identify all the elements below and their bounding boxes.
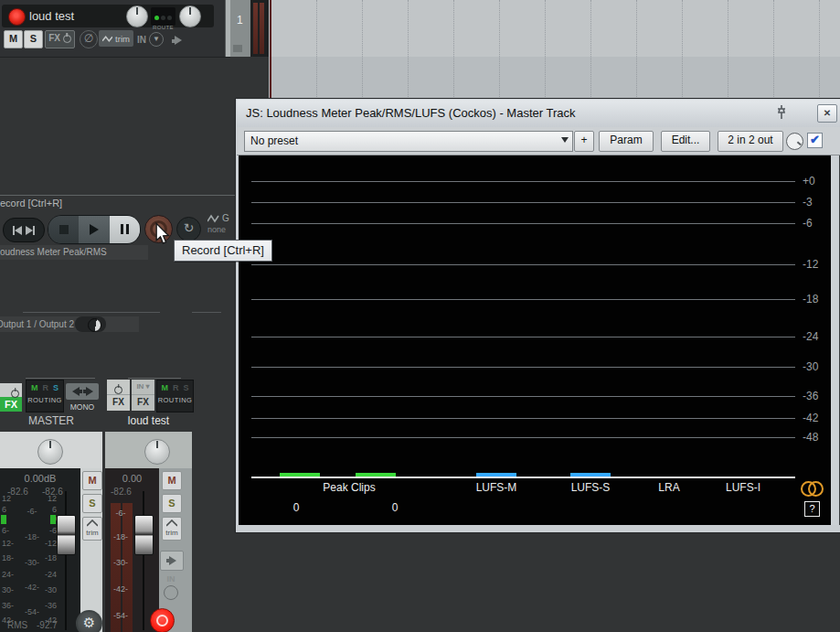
loudness-meter-display: +0-3-6-12-18-24-30-36-42-48 Peak ClipsLU… [239,155,831,525]
meter-scale-number: -30- [22,559,42,567]
master-routing-button[interactable]: MRS ROUTING [26,380,64,412]
meter-scale-number: 6- [2,527,16,535]
master-strip-label[interactable]: MASTER [0,414,102,427]
output-routing-row[interactable]: Output 1 / Output 2 [0,316,139,332]
meter-scale-number: -18 [40,554,57,562]
solo-button[interactable]: S [24,30,43,48]
arrange-area[interactable] [269,0,840,99]
preset-dropdown[interactable]: No preset [244,131,573,152]
fx-power-icon[interactable] [63,35,71,43]
lt-fader-track[interactable] [143,491,144,630]
pause-icon [119,221,130,238]
chevron-down-icon[interactable]: ▼ [164,585,178,600]
stop-button[interactable] [48,216,79,243]
meter-gridline [251,437,795,438]
tooltip: Record [Ctrl+R] [174,240,272,262]
master-pan-knob[interactable] [37,439,63,465]
meter-section-label: Peak Clips [323,481,375,494]
lt-monitor-button[interactable] [160,551,184,571]
pan-knob[interactable] [179,5,201,27]
track-lane[interactable] [269,0,840,57]
lt-mute-button[interactable]: M [162,471,182,490]
lt-routing-button[interactable]: MRS ROUTING [156,380,194,412]
master-fader-handle[interactable] [57,515,76,555]
lt-solo-button[interactable]: S [162,494,182,513]
phase-button[interactable]: ∅ [80,30,98,48]
meter-tick-label: -3 [803,196,831,209]
output-pan-knob[interactable] [88,318,101,332]
meter-section-label: LUFS-M [476,481,517,494]
track-name[interactable]: loud test [29,9,74,23]
meter-scale-number: 12- [2,540,16,548]
output-pan-pill [75,316,106,332]
grid-line [316,0,317,99]
lt-peak: -82.6 [111,487,132,497]
fx-chain-tab[interactable]: oudness Meter Peak/RMS [0,245,148,260]
pause-button[interactable] [110,216,140,243]
mono-button[interactable] [66,383,99,400]
close-icon[interactable]: ✕ [817,104,837,123]
lt-pan-knob[interactable] [144,439,170,465]
record-monitor-button[interactable] [172,33,184,49]
lt-fx-button[interactable]: FX [107,395,130,410]
meter-scale-number: -18- [109,533,133,541]
lt-fx-power-button[interactable] [107,380,130,395]
param-button[interactable]: Param [599,131,654,152]
meter-scale-number: 12 [40,495,57,503]
transport-nav-group [3,218,45,242]
mixer-settings-button[interactable]: ⚙ [76,610,102,632]
meter-section-label: LUFS-S [571,481,611,494]
lt-fader-handle[interactable] [134,515,154,555]
mute-button[interactable]: M [4,30,23,48]
edit-cursor[interactable] [270,0,271,99]
lt-strip-label[interactable]: loud test [105,414,192,427]
blue-meter-segment [570,473,611,477]
repeat-button[interactable]: ↻ [176,217,201,241]
output-label: Output 1 / Output 2 [0,316,74,332]
meter-scale-number: 18- [2,554,16,562]
lt-trim-button[interactable]: trim [162,517,182,541]
folder-icon[interactable] [233,45,242,52]
lt-record-arm-button[interactable] [150,608,175,632]
play-button[interactable] [79,216,109,243]
grid-line [453,0,454,99]
add-preset-button[interactable]: + [574,131,594,152]
wet-dry-knob[interactable] [786,133,803,150]
track-name-row[interactable]: loud test ROUTE [2,5,214,27]
help-button[interactable]: ? [804,501,820,517]
go-to-start-button[interactable] [13,226,22,235]
master-volume-readout[interactable]: 0.00dB [0,473,80,484]
io-button[interactable]: 2 in 2 out [718,131,783,152]
edit-button[interactable]: Edit... [661,131,710,152]
meter-scale-number: 24- [2,571,16,579]
master-mute-button[interactable]: M [82,471,102,490]
lt-input-button[interactable]: IN ▼ [160,574,182,600]
master-trim-button[interactable]: trim [82,517,102,541]
volume-knob[interactable] [126,5,148,27]
meter-scale-number: 6 [40,506,57,514]
master-solo-button[interactable]: S [82,494,102,513]
chevron-down-icon[interactable]: ▼ [149,32,164,47]
master-fx-button[interactable]: FX [0,397,22,412]
meter-scale-number: -18- [22,533,42,541]
envelope-trim-button[interactable]: trim [99,30,133,47]
lt-infx-block: IN ▾ FX [132,380,154,411]
track-number-column[interactable]: 1 [230,0,250,57]
fx-button[interactable]: FX [45,30,75,48]
grid-line [499,0,500,99]
input-button[interactable]: IN ▼ [137,32,164,47]
master-fx-power-button[interactable] [0,383,22,397]
plugin-titlebar[interactable]: JS: Loudness Meter Peak/RMS/LUFS (Cockos… [237,100,840,127]
bypass-checkbox[interactable]: ✔ [807,133,823,148]
record-arm-icon[interactable] [8,8,26,26]
master-fader-track[interactable] [65,491,67,630]
preset-value: No preset [250,134,298,147]
lt-volume-readout[interactable]: 0.00 [105,473,159,484]
route-button[interactable]: ROUTE [151,7,175,26]
lt-input-fx-button[interactable]: IN ▾ [132,380,154,395]
pin-icon[interactable] [775,104,790,121]
lt-fx2-button[interactable]: FX [132,395,154,410]
go-to-end-button[interactable] [26,226,35,235]
grid-line [773,0,774,99]
meter-tick-label: -30 [803,360,831,373]
